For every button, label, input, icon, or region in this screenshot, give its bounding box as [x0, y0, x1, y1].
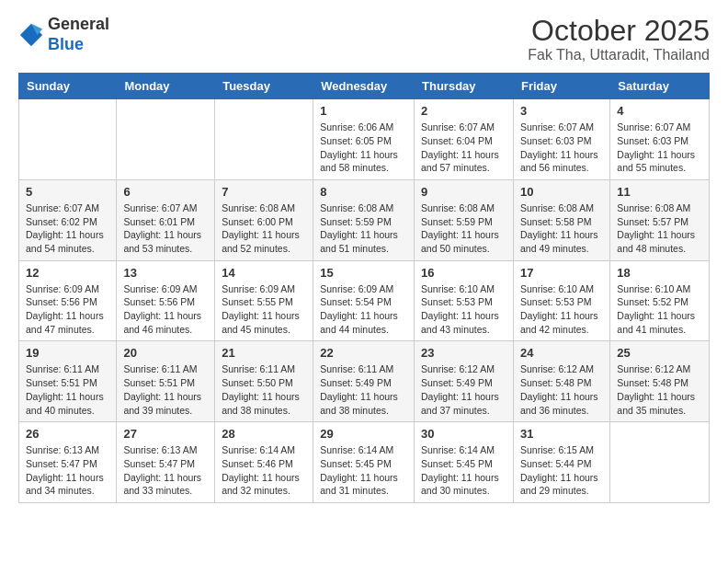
day-info: Sunrise: 6:10 AMSunset: 5:52 PMDaylight:… [617, 282, 702, 337]
day-number: 18 [617, 266, 702, 280]
calendar-cell: 27Sunrise: 6:13 AMSunset: 5:47 PMDayligh… [117, 422, 215, 503]
day-number: 19 [26, 346, 109, 360]
day-number: 13 [123, 266, 208, 280]
day-number: 14 [222, 266, 306, 280]
svg-marker-0 [20, 23, 42, 45]
header: General Blue October 2025 Fak Tha, Uttar… [18, 15, 710, 63]
day-info: Sunrise: 6:08 AMSunset: 5:58 PMDaylight:… [520, 201, 603, 256]
day-info: Sunrise: 6:10 AMSunset: 5:53 PMDaylight:… [421, 282, 506, 337]
day-info: Sunrise: 6:12 AMSunset: 5:48 PMDaylight:… [520, 362, 603, 417]
day-number: 7 [222, 185, 306, 199]
header-tuesday: Tuesday [215, 74, 313, 99]
day-info: Sunrise: 6:08 AMSunset: 5:57 PMDaylight:… [617, 201, 702, 256]
day-info: Sunrise: 6:12 AMSunset: 5:48 PMDaylight:… [617, 362, 702, 417]
calendar-cell: 10Sunrise: 6:08 AMSunset: 5:58 PMDayligh… [513, 179, 609, 260]
day-number: 17 [520, 266, 603, 280]
day-info: Sunrise: 6:09 AMSunset: 5:56 PMDaylight:… [123, 282, 208, 337]
calendar-cell: 26Sunrise: 6:13 AMSunset: 5:47 PMDayligh… [19, 422, 117, 503]
day-number: 9 [421, 185, 506, 199]
day-info: Sunrise: 6:12 AMSunset: 5:49 PMDaylight:… [421, 362, 506, 417]
day-number: 6 [123, 185, 208, 199]
calendar-week-2: 5Sunrise: 6:07 AMSunset: 6:02 PMDaylight… [19, 179, 710, 260]
day-info: Sunrise: 6:15 AMSunset: 5:44 PMDaylight:… [520, 443, 603, 498]
day-number: 27 [123, 427, 208, 441]
calendar-header: Sunday Monday Tuesday Wednesday Thursday… [19, 74, 710, 99]
day-info: Sunrise: 6:07 AMSunset: 6:04 PMDaylight:… [421, 121, 506, 175]
header-row: Sunday Monday Tuesday Wednesday Thursday… [19, 74, 710, 99]
logo-icon [18, 22, 44, 48]
day-info: Sunrise: 6:09 AMSunset: 5:56 PMDaylight:… [26, 282, 109, 337]
page-container: General Blue October 2025 Fak Tha, Uttar… [0, 0, 728, 518]
header-monday: Monday [117, 74, 215, 99]
day-info: Sunrise: 6:09 AMSunset: 5:54 PMDaylight:… [320, 282, 407, 337]
day-number: 8 [320, 185, 407, 199]
day-number: 26 [26, 427, 109, 441]
logo: General Blue [18, 15, 109, 54]
calendar-cell: 22Sunrise: 6:11 AMSunset: 5:49 PMDayligh… [313, 341, 415, 422]
header-sunday: Sunday [19, 74, 117, 99]
day-number: 23 [421, 346, 506, 360]
day-number: 16 [421, 266, 506, 280]
logo-general: General [48, 15, 109, 33]
location: Fak Tha, Uttaradit, Thailand [528, 47, 710, 63]
header-friday: Friday [513, 74, 609, 99]
calendar-cell [610, 422, 710, 503]
calendar-cell: 20Sunrise: 6:11 AMSunset: 5:51 PMDayligh… [117, 341, 215, 422]
day-info: Sunrise: 6:08 AMSunset: 5:59 PMDaylight:… [320, 201, 407, 256]
calendar-cell: 25Sunrise: 6:12 AMSunset: 5:48 PMDayligh… [610, 341, 710, 422]
calendar-cell: 31Sunrise: 6:15 AMSunset: 5:44 PMDayligh… [513, 422, 609, 503]
day-info: Sunrise: 6:08 AMSunset: 5:59 PMDaylight:… [421, 201, 506, 256]
calendar-cell: 8Sunrise: 6:08 AMSunset: 5:59 PMDaylight… [313, 179, 415, 260]
day-number: 29 [320, 427, 407, 441]
calendar-cell: 18Sunrise: 6:10 AMSunset: 5:52 PMDayligh… [610, 260, 710, 341]
calendar-week-1: 1Sunrise: 6:06 AMSunset: 6:05 PMDaylight… [19, 99, 710, 180]
header-wednesday: Wednesday [313, 74, 415, 99]
day-info: Sunrise: 6:11 AMSunset: 5:50 PMDaylight:… [222, 362, 306, 417]
calendar-table: Sunday Monday Tuesday Wednesday Thursday… [18, 73, 710, 503]
calendar-cell: 9Sunrise: 6:08 AMSunset: 5:59 PMDaylight… [415, 179, 514, 260]
day-number: 12 [26, 266, 109, 280]
day-number: 31 [520, 427, 603, 441]
day-info: Sunrise: 6:13 AMSunset: 5:47 PMDaylight:… [26, 443, 109, 498]
day-info: Sunrise: 6:13 AMSunset: 5:47 PMDaylight:… [123, 443, 208, 498]
day-number: 2 [421, 104, 506, 118]
calendar-cell: 12Sunrise: 6:09 AMSunset: 5:56 PMDayligh… [19, 260, 117, 341]
day-number: 15 [320, 266, 407, 280]
calendar-cell: 21Sunrise: 6:11 AMSunset: 5:50 PMDayligh… [215, 341, 313, 422]
title-area: October 2025 Fak Tha, Uttaradit, Thailan… [528, 15, 710, 63]
day-number: 20 [123, 346, 208, 360]
calendar-cell: 14Sunrise: 6:09 AMSunset: 5:55 PMDayligh… [215, 260, 313, 341]
day-info: Sunrise: 6:11 AMSunset: 5:51 PMDaylight:… [123, 362, 208, 417]
day-number: 30 [421, 427, 506, 441]
calendar-cell: 19Sunrise: 6:11 AMSunset: 5:51 PMDayligh… [19, 341, 117, 422]
day-number: 10 [520, 185, 603, 199]
calendar-cell: 24Sunrise: 6:12 AMSunset: 5:48 PMDayligh… [513, 341, 609, 422]
day-info: Sunrise: 6:07 AMSunset: 6:02 PMDaylight:… [26, 201, 109, 256]
calendar-cell: 30Sunrise: 6:14 AMSunset: 5:45 PMDayligh… [415, 422, 514, 503]
month-title: October 2025 [528, 15, 710, 47]
calendar-cell: 17Sunrise: 6:10 AMSunset: 5:53 PMDayligh… [513, 260, 609, 341]
day-number: 22 [320, 346, 407, 360]
day-info: Sunrise: 6:14 AMSunset: 5:45 PMDaylight:… [421, 443, 506, 498]
calendar-cell: 11Sunrise: 6:08 AMSunset: 5:57 PMDayligh… [610, 179, 710, 260]
header-thursday: Thursday [415, 74, 514, 99]
calendar-week-3: 12Sunrise: 6:09 AMSunset: 5:56 PMDayligh… [19, 260, 710, 341]
day-info: Sunrise: 6:07 AMSunset: 6:01 PMDaylight:… [123, 201, 208, 256]
calendar-cell [19, 99, 117, 180]
logo-blue: Blue [48, 35, 84, 53]
calendar-cell: 15Sunrise: 6:09 AMSunset: 5:54 PMDayligh… [313, 260, 415, 341]
calendar-week-4: 19Sunrise: 6:11 AMSunset: 5:51 PMDayligh… [19, 341, 710, 422]
day-info: Sunrise: 6:14 AMSunset: 5:45 PMDaylight:… [320, 443, 407, 498]
logo-text: General Blue [48, 15, 109, 54]
day-number: 5 [26, 185, 109, 199]
calendar-cell: 23Sunrise: 6:12 AMSunset: 5:49 PMDayligh… [415, 341, 514, 422]
day-info: Sunrise: 6:07 AMSunset: 6:03 PMDaylight:… [617, 121, 702, 175]
day-number: 11 [617, 185, 702, 199]
day-info: Sunrise: 6:14 AMSunset: 5:46 PMDaylight:… [222, 443, 306, 498]
calendar-cell [215, 99, 313, 180]
day-number: 3 [520, 104, 603, 118]
calendar-cell: 28Sunrise: 6:14 AMSunset: 5:46 PMDayligh… [215, 422, 313, 503]
calendar-cell: 16Sunrise: 6:10 AMSunset: 5:53 PMDayligh… [415, 260, 514, 341]
day-number: 4 [617, 104, 702, 118]
day-number: 24 [520, 346, 603, 360]
